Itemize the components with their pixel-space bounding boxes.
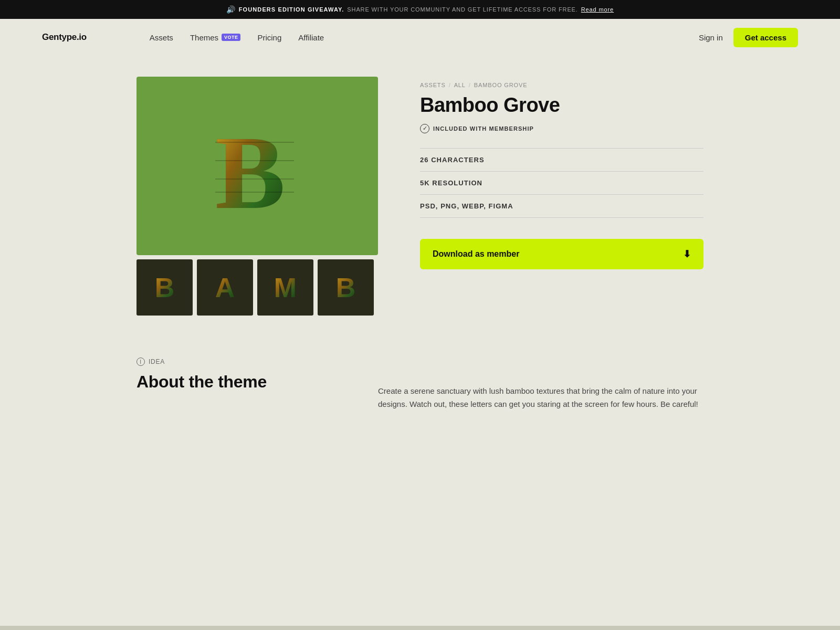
nav-right: Sign in Get access xyxy=(699,28,798,47)
banner-text: SHARE WITH YOUR COMMUNITY AND GET LIFETI… xyxy=(347,6,578,13)
check-circle-icon: ✓ xyxy=(420,124,429,133)
thumb-letter-3: M xyxy=(274,274,297,301)
breadcrumb: ASSETS / ALL / BAMBOO GROVE xyxy=(420,82,704,88)
thumb-1[interactable]: B xyxy=(136,259,193,316)
nav-themes[interactable]: Themes VOTE xyxy=(190,33,241,42)
image-column: B B B A M xyxy=(136,77,378,316)
membership-label: INCLUDED WITH MEMBERSHIP xyxy=(433,125,534,132)
breadcrumb-assets[interactable]: ASSETS xyxy=(420,82,446,88)
thumb-letter-1: B xyxy=(155,274,175,301)
about-section: i IDEA About the theme Create a serene s… xyxy=(136,358,704,411)
svg-text:B: B xyxy=(215,114,285,224)
logo[interactable]: Gentype.io xyxy=(42,32,87,43)
specs-list: 26 CHARACTERS 5K RESOLUTION PSD, PNG, WE… xyxy=(420,148,704,218)
thumb-letter-4: B xyxy=(336,274,356,301)
breadcrumb-all[interactable]: ALL xyxy=(454,82,466,88)
download-button[interactable]: Download as member ⬇ xyxy=(420,239,704,269)
content-area: B B B A M xyxy=(136,56,704,316)
spec-characters: 26 CHARACTERS xyxy=(420,149,704,172)
spec-resolution: 5K RESOLUTION xyxy=(420,172,704,195)
about-right: Create a serene sanctuary with lush bamb… xyxy=(378,358,704,411)
spec-formats: PSD, PNG, WEBP, FIGMA xyxy=(420,195,704,218)
thumb-2[interactable]: A xyxy=(197,259,253,316)
thumb-4[interactable]: B xyxy=(318,259,374,316)
get-access-button[interactable]: Get access xyxy=(733,28,798,47)
banner-icon: 🔊 xyxy=(226,5,236,14)
idea-icon: i xyxy=(136,358,145,366)
about-title: About the theme xyxy=(136,372,336,392)
membership-badge: ✓ INCLUDED WITH MEMBERSHIP xyxy=(420,124,704,133)
download-icon: ⬇ xyxy=(683,248,691,260)
bamboo-letter-svg: B B xyxy=(210,108,304,224)
banner-read-more[interactable]: Read more xyxy=(581,6,614,13)
nav-links: Assets Themes VOTE Pricing Affiliate xyxy=(150,33,699,42)
asset-title: Bamboo Grove xyxy=(420,94,704,117)
detail-column: ASSETS / ALL / BAMBOO GROVE Bamboo Grove… xyxy=(420,77,704,269)
nav-assets[interactable]: Assets xyxy=(150,33,173,42)
nav-affiliate[interactable]: Affiliate xyxy=(298,33,324,42)
nav-pricing[interactable]: Pricing xyxy=(257,33,281,42)
about-left: i IDEA About the theme xyxy=(136,358,336,392)
thumb-letter-2: A xyxy=(215,274,235,301)
main-image: B B xyxy=(136,77,378,255)
top-banner: 🔊 FOUNDERS EDITION GIVEAWAY. SHARE WITH … xyxy=(0,0,840,19)
thumb-3[interactable]: M xyxy=(257,259,313,316)
breadcrumb-sep-2: / xyxy=(469,82,471,88)
download-label: Download as member xyxy=(433,249,519,259)
vote-badge: VOTE xyxy=(222,34,240,41)
sign-in-button[interactable]: Sign in xyxy=(699,33,723,42)
idea-label: i IDEA xyxy=(136,358,336,366)
breadcrumb-sep-1: / xyxy=(449,82,451,88)
page-wrapper: Gentype.io Assets Themes VOTE Pricing Af… xyxy=(0,19,840,626)
navbar: Gentype.io Assets Themes VOTE Pricing Af… xyxy=(0,19,840,56)
idea-label-text: IDEA xyxy=(149,358,165,365)
banner-prefix: FOUNDERS EDITION GIVEAWAY. xyxy=(239,6,344,13)
thumbnail-row: B A M B xyxy=(136,259,378,316)
about-description: Create a serene sanctuary with lush bamb… xyxy=(378,385,704,411)
breadcrumb-current: BAMBOO GROVE xyxy=(474,82,528,88)
